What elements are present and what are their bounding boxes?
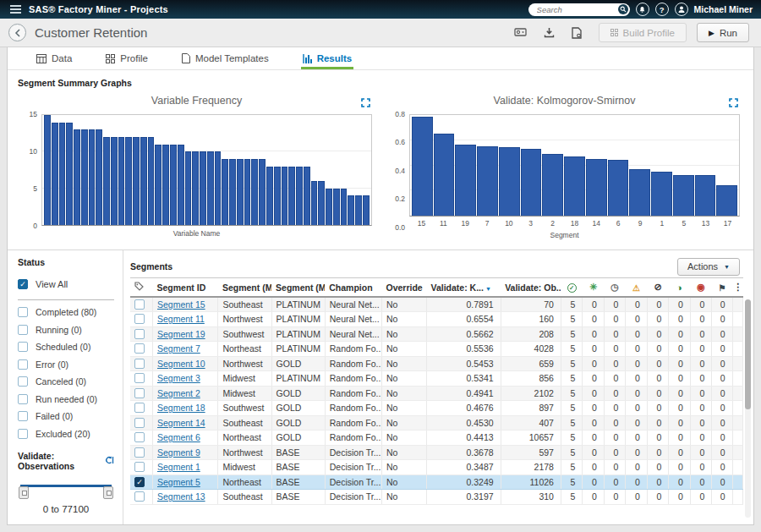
status-filter-item[interactable]: Completed (80) xyxy=(18,304,114,321)
row-select-cell[interactable] xyxy=(130,460,152,475)
row-select-cell[interactable] xyxy=(130,326,152,342)
segment-link[interactable]: Segment 14 xyxy=(157,418,205,428)
status-filter-checkbox[interactable] xyxy=(18,394,28,404)
tab-profile[interactable]: Profile xyxy=(104,47,150,69)
segment-link[interactable]: Segment 10 xyxy=(157,359,205,369)
status-filter-item[interactable]: Run needed (0) xyxy=(18,391,114,409)
status-filter-checkbox[interactable] xyxy=(18,342,28,352)
segment-link[interactable]: Segment 5 xyxy=(157,477,200,487)
slider-handle-max[interactable] xyxy=(103,486,113,499)
download-icon[interactable] xyxy=(544,27,555,38)
tag-column-header[interactable] xyxy=(130,278,152,298)
view-all-checkbox[interactable]: ✓ xyxy=(18,279,28,289)
search-box[interactable] xyxy=(528,3,630,16)
table-row[interactable]: Segment 10NorthwestGOLDRandom Fo...No0.5… xyxy=(130,356,743,371)
column-header[interactable]: Validate: Ob... xyxy=(501,278,561,298)
help-icon[interactable]: ? xyxy=(655,3,669,16)
segment-link[interactable]: Segment 13 xyxy=(157,491,205,502)
row-checkbox[interactable] xyxy=(134,343,145,354)
run-button[interactable]: ▶ Run xyxy=(697,23,749,42)
column-header-completed[interactable]: ✓ xyxy=(561,278,582,298)
status-filter-item[interactable]: Running (0) xyxy=(18,321,114,339)
segment-link[interactable]: Segment 6 xyxy=(157,432,200,442)
table-row[interactable]: Segment 7NortheastPLATINUMRandom Fo...No… xyxy=(130,342,743,357)
build-profile-button[interactable]: Build Profile xyxy=(599,23,687,42)
status-filter-checkbox[interactable] xyxy=(18,376,28,387)
row-select-cell[interactable] xyxy=(130,401,152,416)
column-header[interactable]: Segment ID xyxy=(152,278,217,298)
segment-link[interactable]: Segment 3 xyxy=(157,373,200,383)
column-header[interactable]: Validate: K...▼ xyxy=(427,278,501,298)
segment-link[interactable]: Segment 9 xyxy=(157,447,200,458)
back-button[interactable] xyxy=(8,24,26,41)
table-scrollbar[interactable] xyxy=(745,299,751,518)
segment-link[interactable]: Segment 11 xyxy=(157,314,205,324)
row-checkbox[interactable]: ✓ xyxy=(134,477,145,487)
row-select-cell[interactable] xyxy=(130,445,152,460)
column-header-error[interactable]: ⚠ xyxy=(626,278,647,298)
status-filter-item[interactable]: Canceled (0) xyxy=(18,373,114,391)
user-avatar-icon[interactable] xyxy=(675,3,688,16)
expand-icon[interactable] xyxy=(729,96,738,111)
status-filter-item[interactable]: Error (0) xyxy=(18,356,114,374)
table-row[interactable]: Segment 11NorthwestPLATINUMNeural Net...… xyxy=(130,312,743,327)
column-header[interactable]: Champion xyxy=(325,278,381,298)
row-checkbox[interactable] xyxy=(134,373,145,383)
export-report-icon[interactable] xyxy=(572,27,582,39)
row-select-cell[interactable] xyxy=(130,386,152,401)
table-row[interactable]: Segment 19SouthwestPLATINUMNeural Net...… xyxy=(130,326,743,342)
slider-handle-min[interactable] xyxy=(19,486,29,499)
status-filter-item[interactable]: Excluded (20) xyxy=(18,425,114,443)
segment-link[interactable]: Segment 7 xyxy=(157,343,200,354)
row-checkbox[interactable] xyxy=(134,329,145,339)
table-row[interactable]: Segment 1MidwestBASEDecision Tr...No0.34… xyxy=(130,460,743,475)
row-checkbox[interactable] xyxy=(134,388,145,398)
segment-link[interactable]: Segment 19 xyxy=(157,329,205,339)
status-filter-item[interactable]: Scheduled (0) xyxy=(18,338,114,356)
column-header-failed[interactable]: ◉ xyxy=(690,278,711,298)
reset-filter-icon[interactable] xyxy=(104,453,114,469)
status-filter-checkbox[interactable] xyxy=(18,325,28,335)
row-select-cell[interactable]: ✓ xyxy=(130,474,152,490)
column-options-button[interactable]: ⋮ xyxy=(732,278,742,298)
table-row[interactable]: Segment 9NorthwestBASEDecision Tr...No0.… xyxy=(130,445,743,460)
segment-link[interactable]: Segment 18 xyxy=(157,403,205,413)
column-header-run-needed[interactable]: ◑ xyxy=(669,278,690,298)
row-select-cell[interactable] xyxy=(130,431,152,446)
row-checkbox[interactable] xyxy=(134,403,145,413)
table-row[interactable]: Segment 13SoutheastBASEDecision Tr...No0… xyxy=(130,490,743,505)
segment-link[interactable]: Segment 1 xyxy=(157,462,200,472)
notifications-bell-icon[interactable] xyxy=(636,3,649,16)
table-row[interactable]: Segment 3MidwestPLATINUMRandom Fo...No0.… xyxy=(130,371,743,387)
search-icon[interactable] xyxy=(618,4,628,14)
search-input[interactable] xyxy=(535,4,618,15)
row-checkbox[interactable] xyxy=(134,432,145,442)
segment-link[interactable]: Segment 15 xyxy=(157,299,205,310)
row-select-cell[interactable] xyxy=(130,356,152,371)
user-name[interactable]: Michael Miner xyxy=(694,4,753,14)
table-row[interactable]: Segment 18SouthwestGOLDRandom Fo...No0.4… xyxy=(130,401,743,416)
column-header-canceled[interactable]: ⊘ xyxy=(647,278,668,298)
table-row[interactable]: Segment 14SoutheastGOLDRandom Fo...No0.4… xyxy=(130,415,743,431)
row-select-cell[interactable] xyxy=(130,490,152,505)
column-header[interactable]: Override xyxy=(382,278,427,298)
column-header-flagged[interactable]: ⚑ xyxy=(712,278,732,298)
tab-results[interactable]: Results xyxy=(301,47,354,69)
table-row[interactable]: Segment 2MidwestGOLDRandom Fo...No0.4941… xyxy=(130,386,743,401)
view-all-filter[interactable]: ✓ View All xyxy=(18,275,114,293)
row-checkbox[interactable] xyxy=(134,359,145,369)
column-header[interactable]: Segment (Ma... xyxy=(218,278,271,298)
column-header-scheduled[interactable]: ◷ xyxy=(604,278,625,298)
row-checkbox[interactable] xyxy=(134,314,145,324)
status-filter-item[interactable]: Failed (0) xyxy=(18,408,114,425)
row-checkbox[interactable] xyxy=(134,447,145,458)
actions-button[interactable]: Actions ▼ xyxy=(677,258,740,276)
row-checkbox[interactable] xyxy=(134,491,145,502)
status-filter-checkbox[interactable] xyxy=(18,359,28,370)
row-checkbox[interactable] xyxy=(134,299,145,310)
row-select-cell[interactable] xyxy=(130,371,152,387)
publish-icon[interactable] xyxy=(514,27,527,38)
row-select-cell[interactable] xyxy=(130,342,152,357)
observations-range-slider[interactable] xyxy=(20,479,112,499)
row-select-cell[interactable] xyxy=(130,415,152,431)
